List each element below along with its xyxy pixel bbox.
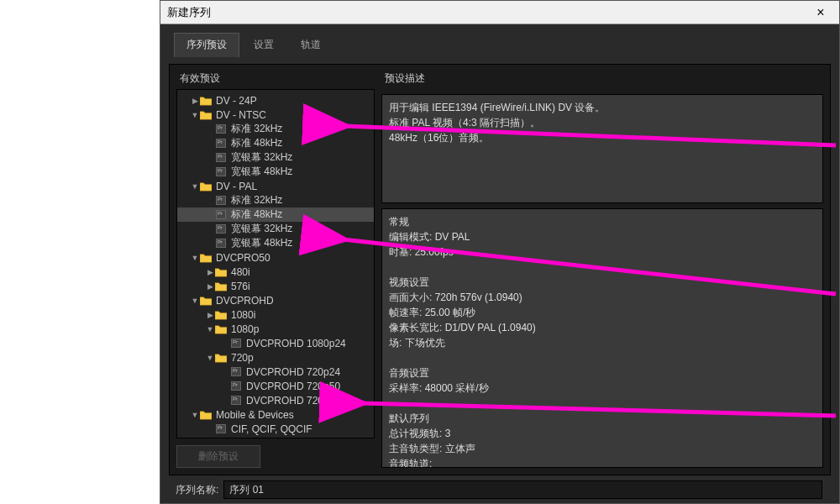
folder-icon <box>199 252 213 264</box>
right-column: 预设描述 用于编辑 IEEE1394 (FireWire/i.LINK) DV … <box>381 71 823 468</box>
folder-icon <box>199 109 213 121</box>
tree-item-label: DVCPROHD 720p60 <box>246 395 340 407</box>
close-button[interactable]: × <box>809 4 832 21</box>
sequence-name-input[interactable] <box>223 480 822 499</box>
tree-preset[interactable]: 宽银幕 48kHz <box>177 236 374 250</box>
expand-arrow-icon[interactable]: ▶ <box>191 97 199 105</box>
main-panel: 有效预设 ▶DV - 24P▼DV - NTSC标准 32kHz标准 48kHz… <box>169 64 831 475</box>
folder-icon <box>214 266 228 278</box>
expand-arrow-icon[interactable]: ▶ <box>206 282 214 291</box>
description-bottom: 常规 编辑模式: DV PAL 时基: 25.00fps 视频设置 画面大小: … <box>381 208 823 468</box>
tree-item-label: 480i <box>231 266 250 278</box>
preset-icon <box>229 338 243 349</box>
tree-item-label: CIF, QCIF, QQCIF <box>231 423 312 435</box>
expand-arrow-icon[interactable]: ▼ <box>191 182 199 191</box>
tree-item-label: DVCPROHD <box>216 295 274 307</box>
tree-item-label: 宽银幕 32kHz <box>231 150 292 165</box>
preset-icon <box>229 395 243 407</box>
tab-presets[interactable]: 序列预设 <box>174 33 239 57</box>
tree-item-label: 标准 32kHz <box>231 193 282 207</box>
preset-tree[interactable]: ▶DV - 24P▼DV - NTSC标准 32kHz标准 48kHz宽银幕 3… <box>176 89 375 438</box>
expand-arrow-icon[interactable]: ▼ <box>191 297 199 305</box>
tree-preset[interactable]: DVCPROHD 1080p24 <box>177 336 374 350</box>
tree-item-label: DV - 24P <box>216 95 257 107</box>
tree-folder[interactable]: ▶1080i <box>177 307 374 322</box>
tree-item-label: 标准 32kHz <box>231 122 282 136</box>
folder-icon <box>199 181 213 192</box>
preset-icon <box>229 381 243 392</box>
tree-folder[interactable]: ▶DV - 24P <box>177 93 374 108</box>
preset-icon <box>214 195 228 207</box>
tree-folder[interactable]: ▼Mobile & Devices <box>177 407 374 422</box>
tree-folder[interactable]: ▼DV - PAL <box>177 179 374 193</box>
sequence-name-label: 序列名称: <box>176 483 218 497</box>
preset-icon <box>229 366 243 378</box>
expand-arrow-icon[interactable]: ▼ <box>206 325 214 333</box>
expand-arrow-icon[interactable]: ▶ <box>206 311 214 319</box>
tree-preset[interactable]: 宽银幕 32kHz <box>177 150 374 165</box>
preset-icon <box>214 138 228 150</box>
expand-arrow-icon[interactable]: ▼ <box>206 354 214 362</box>
description-top: 用于编辑 IEEE1394 (FireWire/i.LINK) DV 设备。 标… <box>381 94 823 203</box>
tree-item-label: 标准 48kHz <box>231 207 282 222</box>
tree-folder[interactable]: ▼720p <box>177 350 374 365</box>
expand-arrow-icon[interactable]: ▶ <box>206 268 214 276</box>
expand-arrow-icon[interactable]: ▼ <box>191 411 199 419</box>
dialog-title: 新建序列 <box>167 5 809 20</box>
tab-settings[interactable]: 设置 <box>241 33 286 57</box>
tree-item-label: Mobile & Devices <box>216 409 294 421</box>
folder-icon <box>199 295 213 307</box>
tree-item-label: DVCPROHD 720p50 <box>246 381 340 392</box>
tree-preset[interactable]: DVCPROHD 720p50 <box>177 379 374 393</box>
tree-preset[interactable]: 宽银幕 32kHz <box>177 222 374 236</box>
tab-tracks[interactable]: 轨道 <box>288 33 333 57</box>
tree-item-label: DVCPRO50 <box>216 252 270 264</box>
folder-icon <box>199 409 213 421</box>
tree-folder[interactable]: ▼DVCPRO50 <box>177 250 374 265</box>
folder-icon <box>214 281 228 292</box>
left-column: 有效预设 ▶DV - 24P▼DV - NTSC标准 32kHz标准 48kHz… <box>176 71 375 468</box>
tree-preset[interactable]: 标准 32kHz <box>177 122 374 136</box>
tree-item-label: DVCPROHD 1080p24 <box>246 338 346 349</box>
tree-preset[interactable]: CIF, QCIF, QQCIF <box>177 422 374 436</box>
expand-arrow-icon[interactable]: ▼ <box>191 254 199 262</box>
tabs: 序列预设 设置 轨道 <box>169 33 831 57</box>
tree-preset[interactable]: 标准 32kHz <box>177 193 374 207</box>
tree-item-label: 标准 48kHz <box>231 136 282 150</box>
tree-item-label: 576i <box>231 281 250 292</box>
folder-icon <box>214 309 228 321</box>
available-presets-label: 有效预设 <box>176 71 375 86</box>
tree-folder[interactable]: ▼DV - NTSC <box>177 108 374 122</box>
tree-item-label: 宽银幕 32kHz <box>231 222 292 236</box>
tree-preset[interactable]: 宽银幕 48kHz <box>177 165 374 179</box>
tree-folder[interactable]: ▶576i <box>177 279 374 293</box>
dialog-body: 序列预设 设置 轨道 有效预设 ▶DV - 24P▼DV - NTSC标准 32… <box>160 24 839 503</box>
titlebar: 新建序列 × <box>160 1 839 24</box>
tree-folder[interactable]: ▶480i <box>177 265 374 279</box>
preset-icon <box>214 423 228 435</box>
tree-folder[interactable]: ▼DVCPROHD <box>177 293 374 307</box>
tree-preset[interactable]: 标准 48kHz <box>177 136 374 150</box>
tree-preset[interactable]: 标准 48kHz <box>177 207 374 222</box>
delete-preset-button[interactable]: 删除预设 <box>176 445 260 468</box>
new-sequence-dialog: 新建序列 × 序列预设 设置 轨道 有效预设 ▶DV - 24P▼DV - NT… <box>160 0 840 504</box>
folder-icon <box>199 95 213 107</box>
preset-icon <box>214 152 228 164</box>
tree-item-label: DV - PAL <box>216 181 257 192</box>
tree-item-label: DV - NTSC <box>216 109 266 121</box>
preset-icon <box>214 123 228 135</box>
tree-item-label: 1080p <box>231 323 259 335</box>
tree-preset[interactable]: DVCPROHD 720p60 <box>177 393 374 407</box>
preset-icon <box>214 166 228 178</box>
tree-item-label: 1080i <box>231 309 255 321</box>
tree-folder[interactable]: ▼1080p <box>177 322 374 336</box>
tree-item-label: 宽银幕 48kHz <box>231 236 292 250</box>
folder-icon <box>214 352 228 364</box>
tree-preset[interactable]: DVCPROHD 720p24 <box>177 365 374 379</box>
tree-item-label: 720p <box>231 352 254 364</box>
expand-arrow-icon[interactable]: ▼ <box>191 111 199 119</box>
preset-icon <box>214 209 228 221</box>
tree-item-label: DVCPROHD 720p24 <box>246 366 340 378</box>
preset-icon <box>214 223 228 235</box>
tree-item-label: 宽银幕 48kHz <box>231 165 292 179</box>
